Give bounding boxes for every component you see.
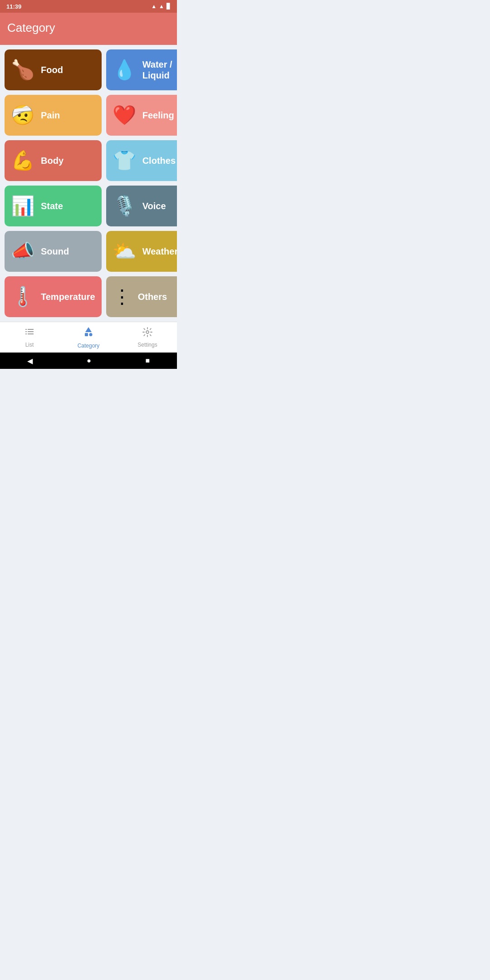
- home-button[interactable]: ●: [87, 357, 91, 365]
- category-card-feeling[interactable]: ❤️ Feeling: [106, 95, 177, 136]
- svg-point-8: [89, 333, 93, 336]
- water-label: Water / Liquid: [142, 59, 177, 81]
- svg-rect-0: [25, 329, 27, 330]
- status-bar: 11:39 ▲ ▲ ▊: [0, 0, 177, 13]
- weather-label: Weather: [142, 246, 177, 257]
- bottom-nav: List Category Settings: [0, 322, 177, 353]
- category-card-voice[interactable]: 🎙️ Voice: [106, 186, 177, 226]
- others-icon: ⋮: [113, 287, 132, 306]
- svg-rect-7: [85, 333, 88, 336]
- feeling-label: Feeling: [142, 110, 174, 121]
- page-title: Category: [7, 21, 170, 35]
- category-card-body[interactable]: 💪 Body: [5, 140, 102, 181]
- clothes-label: Clothes: [142, 155, 176, 166]
- food-icon: 🍗: [11, 60, 34, 79]
- voice-label: Voice: [142, 201, 166, 211]
- nav-label-settings: Settings: [137, 342, 157, 348]
- category-card-clothes[interactable]: 👕 Clothes: [106, 140, 177, 181]
- water-icon: 💧: [113, 60, 136, 79]
- svg-point-9: [146, 331, 149, 333]
- weather-icon: ⛅: [113, 242, 136, 261]
- state-label: State: [41, 201, 63, 211]
- nav-label-list: List: [25, 342, 34, 348]
- feeling-icon: ❤️: [113, 106, 136, 125]
- category-card-food[interactable]: 🍗 Food: [5, 49, 102, 90]
- settings-nav-icon: [142, 327, 152, 337]
- temperature-label: Temperature: [41, 291, 95, 302]
- state-icon: 📊: [11, 196, 34, 216]
- category-nav-icon: [83, 326, 94, 338]
- category-card-temperature[interactable]: 🌡️ Temperature: [5, 276, 102, 317]
- svg-rect-3: [28, 331, 34, 332]
- svg-rect-1: [28, 329, 34, 330]
- category-grid: 🍗 Food 💧 Water / Liquid 🤕 Pain ❤️ Feelin…: [0, 45, 177, 322]
- battery-icon: ▊: [167, 3, 171, 10]
- category-card-others[interactable]: ⋮ Others: [106, 276, 177, 317]
- wifi-icon: ▲: [151, 3, 157, 10]
- nav-item-list[interactable]: List: [0, 322, 59, 353]
- list-nav-icon: [24, 327, 34, 337]
- temperature-icon: 🌡️: [11, 287, 34, 306]
- recent-button[interactable]: ■: [146, 357, 150, 365]
- pain-icon: 🤕: [11, 106, 34, 125]
- sound-label: Sound: [41, 246, 69, 257]
- body-label: Body: [41, 155, 64, 166]
- android-nav-bar: ◀ ● ■: [0, 353, 177, 369]
- status-icons: ▲ ▲ ▊: [151, 3, 171, 10]
- voice-icon: 🎙️: [113, 196, 136, 216]
- svg-marker-6: [85, 327, 92, 332]
- sound-icon: 📣: [11, 242, 34, 261]
- nav-item-settings[interactable]: Settings: [118, 322, 177, 353]
- status-time: 11:39: [6, 3, 21, 10]
- pain-label: Pain: [41, 110, 60, 121]
- others-label: Others: [138, 291, 167, 302]
- category-card-state[interactable]: 📊 State: [5, 186, 102, 226]
- category-card-pain[interactable]: 🤕 Pain: [5, 95, 102, 136]
- svg-rect-4: [25, 333, 27, 334]
- nav-label-category: Category: [78, 343, 100, 349]
- svg-rect-5: [28, 333, 34, 334]
- header: Category: [0, 13, 177, 45]
- category-card-water[interactable]: 💧 Water / Liquid: [106, 49, 177, 90]
- category-card-sound[interactable]: 📣 Sound: [5, 231, 102, 272]
- food-label: Food: [41, 64, 63, 75]
- svg-rect-2: [25, 331, 27, 332]
- category-card-weather[interactable]: ⛅ Weather: [106, 231, 177, 272]
- back-button[interactable]: ◀: [27, 357, 33, 365]
- body-icon: 💪: [11, 151, 34, 170]
- nav-item-category[interactable]: Category: [59, 322, 118, 353]
- signal-icon: ▲: [159, 3, 164, 10]
- clothes-icon: 👕: [113, 151, 136, 170]
